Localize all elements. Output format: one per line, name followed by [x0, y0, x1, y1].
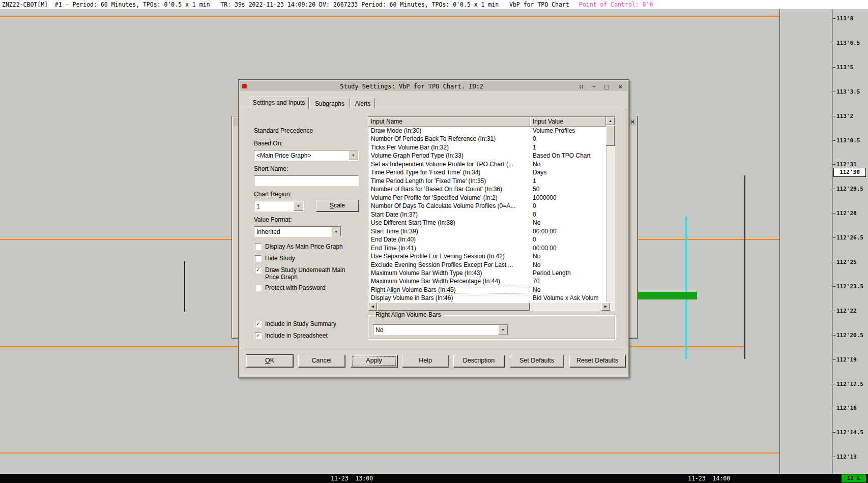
input-value-cell: No: [533, 161, 540, 168]
input-row[interactable]: End Date (In:40)0: [368, 235, 606, 244]
chevron-down-icon[interactable]: ▼: [294, 201, 303, 211]
checkbox-display-as-main-price-graph[interactable]: Display As Main Price Graph: [255, 244, 359, 250]
input-value-cell: 0: [533, 211, 536, 218]
horizontal-scrollbar-thumb[interactable]: [377, 303, 530, 311]
description-button[interactable]: Description: [453, 355, 504, 367]
horizontal-scrollbar[interactable]: ◀ ▶: [368, 303, 615, 311]
background-dialog-close-icon[interactable]: ×: [630, 118, 635, 125]
input-row[interactable]: Set as Independent Volume Profile for TP…: [368, 160, 606, 168]
checkbox-box[interactable]: [255, 285, 262, 291]
checkbox-box[interactable]: ✓: [255, 321, 262, 327]
right-align-volume-bars-select[interactable]: No ▼: [373, 324, 508, 335]
column-header-input-value[interactable]: Input Value: [530, 117, 606, 127]
input-value-cell: 70: [533, 278, 539, 285]
input-row[interactable]: Use Different Start Time (In:38)No: [368, 219, 606, 227]
input-row[interactable]: Number Of Periods Back To Reference (In:…: [368, 135, 606, 143]
input-row[interactable]: Exclude Evening Session Profiles Except …: [368, 261, 606, 269]
input-value-cell: 1: [533, 177, 536, 185]
input-row[interactable]: Start Date (In:37)0: [368, 210, 606, 219]
input-row[interactable]: Time Period Length for 'Fixed Time' (In:…: [368, 177, 606, 185]
price-label: 112'25: [836, 259, 857, 265]
chevron-down-icon[interactable]: ▼: [331, 227, 341, 236]
checkbox-hide-study[interactable]: Hide Study: [255, 255, 359, 262]
checkbox-draw-study-underneath-main-price-graph[interactable]: ✓Draw Study Underneath Main Price Graph: [255, 267, 359, 281]
input-value-cell: 50: [533, 186, 539, 193]
input-row[interactable]: Volume Graph Period Type (In:33)Based On…: [368, 152, 606, 160]
apply-button[interactable]: Apply: [351, 355, 397, 367]
input-row[interactable]: End Time (In:41)00:00:00: [368, 244, 606, 252]
price-scale[interactable]: 113'8113'6.5113'5113'3.5113'2113'0.5112'…: [832, 9, 868, 474]
input-row[interactable]: Number Of Days To Calculate Volume Profi…: [368, 202, 606, 210]
input-name-cell: Number of Bars for 'Based On Bar Count' …: [371, 186, 529, 193]
checkbox-include-in-spreadsheet[interactable]: ✓Include in Spreadsheet: [255, 333, 359, 339]
volume-green-bar: [636, 292, 697, 299]
minimize-icon[interactable]: –: [592, 83, 595, 90]
based-on-label: Based On:: [254, 140, 283, 147]
input-row[interactable]: Use Separate Profile For Evening Session…: [368, 252, 606, 260]
scale-button-label: cale: [334, 202, 345, 209]
maximize-icon[interactable]: □: [604, 83, 609, 90]
dialog-title: Study Settings: VbP for TPO Chart. ID:2: [247, 83, 576, 90]
column-header-input-name[interactable]: Input Name: [368, 117, 530, 127]
input-name-cell: Time Period Type for 'Fixed Time' (In:34…: [371, 169, 529, 176]
ok-button[interactable]: OK: [246, 355, 293, 367]
scroll-right-icon[interactable]: ▶: [601, 303, 610, 311]
scroll-up-icon[interactable]: ▲: [606, 117, 615, 125]
input-name-cell: Number Of Periods Back To Reference (In:…: [371, 135, 529, 142]
profile-spine: [184, 261, 185, 312]
checkbox-include-in-study-summary[interactable]: ✓Include in Study Summary: [255, 321, 359, 327]
scale-button[interactable]: Scale: [316, 200, 359, 212]
input-row[interactable]: Draw Mode (In:30)Volume Profiles: [368, 127, 606, 135]
input-name-cell: Maximum Volume Bar Width Type (In:43): [371, 269, 529, 277]
tab-settings-and-inputs[interactable]: Settings and Inputs: [249, 97, 309, 109]
tab-alerts[interactable]: Alerts: [351, 98, 375, 108]
checkbox-box[interactable]: [255, 244, 262, 250]
checkbox-box[interactable]: ✓: [255, 267, 262, 274]
set-defaults-button[interactable]: Set Defaults: [510, 355, 564, 367]
value-format-select[interactable]: Inherited ▼: [254, 226, 341, 237]
right-align-volume-bars-group: Right Align Volume Bars No ▼: [368, 315, 615, 339]
help-button[interactable]: Help: [402, 355, 449, 367]
input-name-cell: Display Volume in Bars (In:46): [371, 294, 529, 301]
chart-region-select[interactable]: 1 ▼: [254, 201, 304, 212]
price-label: 112'23.5: [836, 283, 863, 290]
input-row[interactable]: Maximum Volume Bar Width Percentage (In:…: [368, 277, 606, 285]
short-name-input[interactable]: [254, 175, 359, 186]
input-row[interactable]: Volume Per Profile for 'Specified Volume…: [368, 194, 606, 202]
price-label: 112'20.5: [836, 332, 863, 339]
input-name-cell: Ticks Per Volume Bar (In:32): [371, 144, 529, 151]
vertical-scrollbar-thumb[interactable]: [606, 126, 615, 146]
tab-subgraphs[interactable]: Subgraphs: [309, 98, 350, 108]
close-icon[interactable]: ×: [618, 83, 623, 90]
input-row[interactable]: Time Period Type for 'Fixed Time' (In:34…: [368, 168, 606, 176]
input-row[interactable]: Right Align Volume Bars (In:45)No: [368, 286, 606, 294]
timestamp-1: 11-23 13:00: [331, 475, 373, 482]
price-label: 112'17.5: [836, 381, 863, 387]
price-label: 112'26.5: [836, 234, 863, 241]
input-value-cell: Bid Volume x Ask Volum: [533, 294, 598, 301]
cancel-button[interactable]: Cancel: [298, 355, 345, 367]
chevron-down-icon[interactable]: ▼: [498, 325, 508, 335]
based-on-select[interactable]: <Main Price Graph> ▼: [254, 150, 359, 161]
reset-defaults-button[interactable]: Reset Defaults: [569, 355, 625, 367]
standard-precedence-label: Standard Precedence: [254, 127, 313, 134]
input-row[interactable]: Ticks Per Volume Bar (In:32)1: [368, 143, 606, 152]
dialog-title-bar[interactable]: Study Settings: VbP for TPO Chart. ID:2 …: [240, 81, 627, 91]
checkbox-protect-with-password[interactable]: Protect with Password: [255, 285, 359, 291]
timestamp-2: 11-23 14:00: [688, 475, 730, 482]
vertical-scrollbar[interactable]: ▲: [606, 117, 615, 302]
chevron-down-icon[interactable]: ▼: [349, 150, 358, 160]
dock-icon[interactable]: ::: [579, 83, 584, 90]
input-row[interactable]: Maximum Volume Bar Width Type (In:43)Per…: [368, 269, 606, 277]
checkbox-box[interactable]: ✓: [255, 333, 262, 339]
input-value-cell: Based On TPO Chart: [533, 152, 591, 159]
short-name-label: Short Name:: [254, 165, 288, 172]
price-label: 112'28: [836, 210, 857, 217]
checkbox-box[interactable]: [255, 255, 262, 262]
scroll-left-icon[interactable]: ◀: [368, 303, 377, 311]
input-row[interactable]: Number of Bars for 'Based On Bar Count' …: [368, 185, 606, 193]
group-box-label: Right Align Volume Bars: [373, 311, 443, 318]
input-row[interactable]: Display Volume in Bars (In:46)Bid Volume…: [368, 294, 606, 302]
checkbox-label: Hide Study: [265, 255, 359, 262]
input-row[interactable]: Start Time (In:39)00:00:00: [368, 227, 606, 235]
